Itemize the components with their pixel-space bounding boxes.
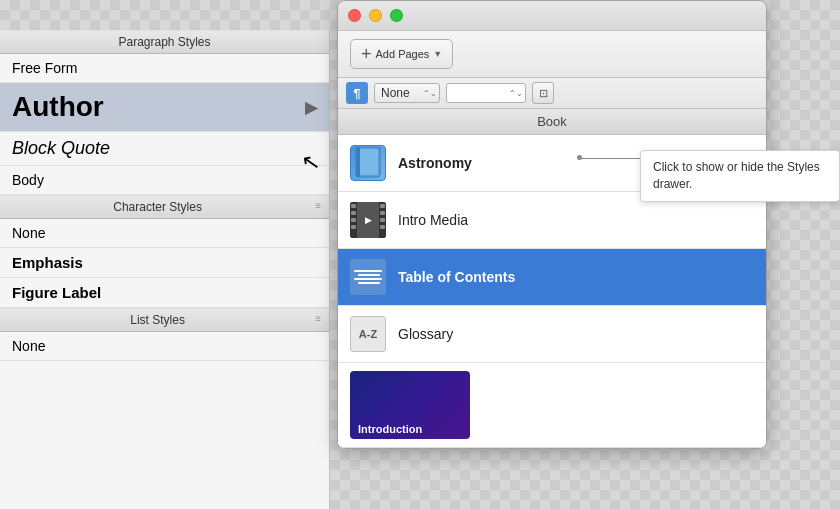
paragraph-icon: ¶ — [346, 82, 368, 104]
glossary-title: Glossary — [398, 326, 453, 342]
character-styles-header: Character Styles ≡ — [0, 195, 329, 219]
book-item-glossary[interactable]: A-Z Glossary — [338, 306, 766, 363]
list-none-style[interactable]: None — [0, 332, 329, 361]
format-bar: ¶ None Title Body Header ⊡ — [338, 78, 766, 109]
none-style[interactable]: None — [0, 219, 329, 248]
emphasis-style[interactable]: Emphasis — [0, 248, 329, 278]
styles-drawer: Paragraph Styles Free Form Author ▶ Bloc… — [0, 30, 330, 509]
plus-icon: + — [361, 45, 372, 63]
svg-rect-2 — [356, 147, 360, 177]
add-pages-label: Add Pages — [376, 48, 430, 60]
maximize-button[interactable] — [390, 9, 403, 22]
dropdown-arrow-icon: ▼ — [433, 49, 442, 59]
window-titlebar — [338, 1, 766, 31]
astronomy-title: Astronomy — [398, 155, 472, 171]
callout-dot — [577, 155, 582, 160]
astronomy-icon — [350, 145, 386, 181]
format-input[interactable] — [446, 83, 526, 103]
close-button[interactable] — [348, 9, 361, 22]
author-style[interactable]: Author ▶ — [0, 83, 329, 132]
chevron-icon: ▶ — [305, 98, 317, 117]
az-icon: A-Z — [350, 316, 386, 352]
char-scroll-indicator: ≡ — [315, 200, 321, 211]
view-options-button[interactable]: ⊡ — [532, 82, 554, 104]
body-style[interactable]: Body — [0, 166, 329, 195]
intro-thumbnail: Introduction — [350, 371, 470, 439]
toc-icon — [350, 259, 386, 295]
callout-box: Click to show or hide the Styles drawer. — [640, 150, 840, 202]
style-dropdown[interactable]: None Title Body Header — [374, 83, 440, 103]
film-center: ▶ — [365, 215, 372, 225]
intro-media-title: Intro Media — [398, 212, 468, 228]
list-styles-header: List Styles ≡ — [0, 308, 329, 332]
book-item-introduction[interactable]: Introduction — [338, 363, 766, 448]
add-pages-button[interactable]: + Add Pages ▼ — [350, 39, 453, 69]
paragraph-styles-header: Paragraph Styles — [0, 30, 329, 54]
main-window: + Add Pages ▼ ¶ None Title Body Header ⊡… — [337, 0, 767, 449]
callout-line — [580, 158, 640, 159]
book-item-toc[interactable]: Table of Contents — [338, 249, 766, 306]
toc-title: Table of Contents — [398, 269, 515, 285]
figure-label-style[interactable]: Figure Label — [0, 278, 329, 308]
svg-rect-1 — [358, 149, 378, 175]
minimize-button[interactable] — [369, 9, 382, 22]
free-form-style[interactable]: Free Form — [0, 54, 329, 83]
toolbar: + Add Pages ▼ — [338, 31, 766, 78]
list-scroll-indicator: ≡ — [315, 313, 321, 324]
size-dropdown-wrapper — [446, 83, 526, 103]
view-icon: ⊡ — [539, 87, 548, 100]
book-section-header: Book — [338, 109, 766, 135]
block-quote-style[interactable]: Block Quote — [0, 132, 329, 166]
style-dropdown-wrapper: None Title Body Header — [374, 83, 440, 103]
film-icon: ▶ — [350, 202, 386, 238]
